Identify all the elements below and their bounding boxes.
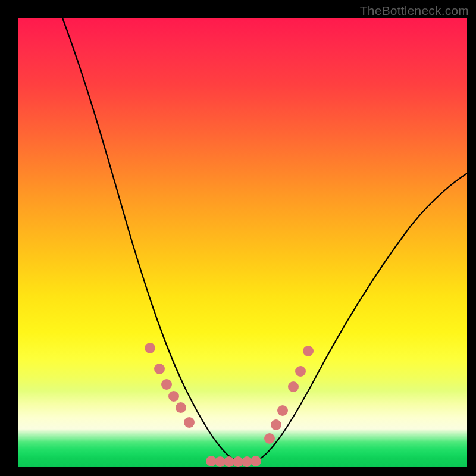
svg-point-12 xyxy=(264,433,275,444)
svg-point-2 xyxy=(161,379,172,390)
svg-point-1 xyxy=(154,364,165,374)
bottom-dots xyxy=(206,456,261,467)
svg-point-0 xyxy=(145,343,155,353)
curve-layer xyxy=(18,18,467,467)
svg-point-16 xyxy=(295,366,306,377)
svg-point-4 xyxy=(176,402,186,413)
plot-area xyxy=(18,18,467,467)
svg-point-14 xyxy=(277,405,288,416)
watermark-text: TheBottleneck.com xyxy=(360,4,469,18)
svg-point-15 xyxy=(288,381,299,392)
svg-point-11 xyxy=(250,456,261,466)
chart-frame: TheBottleneck.com xyxy=(0,0,476,476)
svg-point-3 xyxy=(168,391,179,402)
left-dots xyxy=(145,343,195,428)
svg-point-17 xyxy=(303,346,314,356)
left-curve xyxy=(61,18,239,462)
right-curve xyxy=(253,171,467,462)
svg-point-5 xyxy=(184,417,195,428)
svg-point-13 xyxy=(271,419,281,430)
